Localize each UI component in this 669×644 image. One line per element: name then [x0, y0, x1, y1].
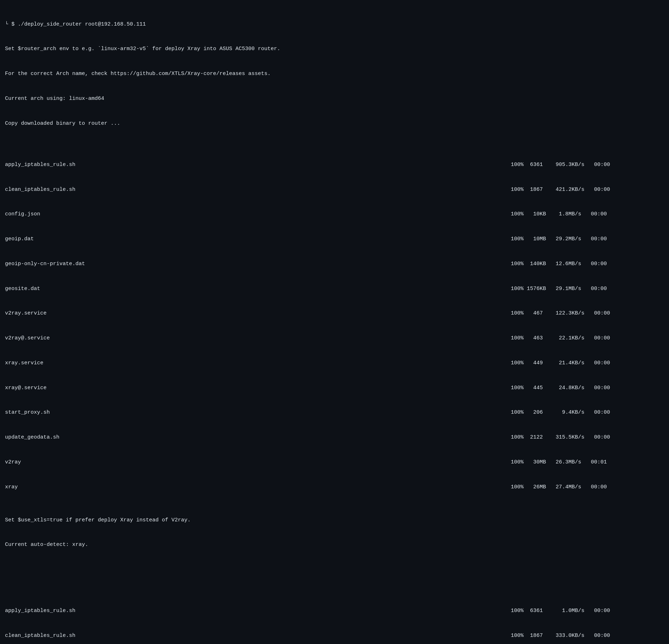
file-transfer-row: config.json 100% 10KB 1.8MB/s 00:00 [5, 210, 664, 218]
file-transfer-row: xray@.service 100% 445 24.8KB/s 00:00 [5, 384, 664, 392]
output-line: Current auto-detect: xray. [5, 541, 664, 549]
file-transfer-row: geoip.dat 100% 10MB 29.2MB/s 00:00 [5, 235, 664, 243]
output-line: Set $router_arch env to e.g. `linux-arm3… [5, 45, 664, 53]
file-transfer-row: xray.service 100% 449 21.4KB/s 00:00 [5, 359, 664, 367]
file-transfer-row: xray 100% 26MB 27.4MB/s 00:00 [5, 483, 664, 491]
file-transfer-row: v2ray.service 100% 467 122.3KB/s 00:00 [5, 309, 664, 317]
file-transfer-row: v2ray 100% 30MB 26.3MB/s 00:01 [5, 458, 664, 466]
output-line: For the correct Arch name, check https:/… [5, 70, 664, 78]
file-transfer-row: clean_iptables_rule.sh 100% 1867 421.2KB… [5, 186, 664, 194]
file-transfer-row: geoip-only-cn-private.dat 100% 140KB 12.… [5, 260, 664, 268]
file-transfer-row: update_geodata.sh 100% 2122 315.5KB/s 00… [5, 433, 664, 441]
output-line: Set $use_xtls=true if prefer deploy Xray… [5, 516, 664, 524]
output-line: Copy downloaded binary to router ... [5, 119, 664, 128]
file-transfer-row: apply_iptables_rule.sh 100% 6361 1.0MB/s… [5, 607, 664, 615]
empty-line [5, 565, 664, 574]
file-transfer-row: apply_iptables_rule.sh 100% 6361 905.3KB… [5, 161, 664, 169]
terminal-window: └ $ ./deploy_side_router root@192.168.50… [0, 0, 669, 644]
file-transfer-row: clean_iptables_rule.sh 100% 1867 333.0KB… [5, 632, 664, 640]
file-transfer-row: geosite.dat 100% 1576KB 29.1MB/s 00:00 [5, 285, 664, 293]
file-transfer-row: start_proxy.sh 100% 206 9.4KB/s 00:00 [5, 408, 664, 417]
file-transfer-row: v2ray@.service 100% 463 22.1KB/s 00:00 [5, 334, 664, 342]
prompt-line: └ $ ./deploy_side_router root@192.168.50… [5, 20, 664, 28]
output-line: Current arch using: linux-amd64 [5, 95, 664, 103]
